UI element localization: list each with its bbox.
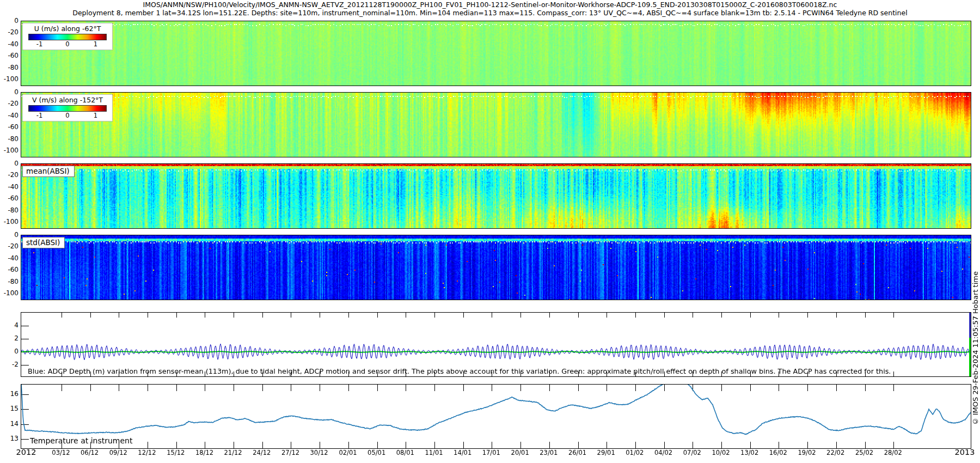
u-velocity-heatmap [21,21,971,86]
y-tick-label: 2 [0,334,19,342]
u-colorbar-ticks: -1 0 1 [25,40,110,48]
x-tick-label: 05/01 [367,449,385,456]
y-tick-label: -80 [0,206,19,214]
x-tick-label: 24/12 [253,449,271,456]
y-tick-label: -40 [0,40,19,48]
x-tick-label: 10/02 [712,449,730,456]
x-tick-label: 22/02 [826,449,844,456]
y-tick-label: 0 [0,88,19,96]
colorbar-tick: 0 [65,40,69,48]
mean-absi-heatmap [21,164,971,228]
y-tick-label: -20 [0,242,19,250]
panel-temperature: Temperature at instrument [21,384,971,449]
y-tick-label: -100 [0,289,19,297]
jet-colorbar [28,105,107,112]
panel-v-velocity: V (m/s) along -152°T -1 0 1 [21,92,971,157]
x-tick-label: 20/01 [511,449,529,456]
y-tick-label: -20 [0,100,19,107]
figure-root: IMOS/ANMN/NSW/PH100/Velocity/IMOS_ANMN-N… [0,0,980,463]
v-legend-title: V (m/s) along -152°T [25,96,110,104]
figure-subtitle: Deployment 8, member 1 lat=34.12S lon=15… [0,9,980,17]
std-absi-heatmap [21,235,971,300]
y-tick-label: 0 [0,17,19,25]
x-tick-label: 21/12 [224,449,242,456]
x-tick-label: 16/02 [769,449,787,456]
colorbar-tick: -1 [36,40,42,48]
temperature-label: Temperature at instrument [30,436,132,445]
y-tick-label: -100 [0,75,19,83]
depth-variation-note: Blue: ADCP Depth (m) variation from sens… [28,367,891,375]
x-tick-label: 27/12 [281,449,299,456]
y-tick-label: -80 [0,278,19,285]
x-tick-label: 12/12 [138,449,156,456]
v-colorbar-ticks: -1 0 1 [25,112,110,119]
y-tick-label: 13 [0,435,19,442]
u-legend-title: U (m/s) along -62°T [25,25,110,33]
std-absi-label: std(ABSI) [22,237,65,248]
x-axis-year-start: 2012 [16,448,36,456]
jet-colorbar [28,34,107,40]
y-tick-label: -40 [0,254,19,262]
y-tick-label: -100 [0,147,19,154]
x-tick-label: 26/01 [568,449,586,456]
y-tick-label: -60 [0,123,19,131]
x-tick-label: 02/01 [339,449,357,456]
y-tick-label: -60 [0,194,19,202]
y-tick-label: -80 [0,135,19,143]
x-tick-label: 01/02 [626,449,644,456]
x-tick-label: 30/12 [310,449,328,456]
panel-depth-variation: Blue: ADCP Depth (m) variation from sens… [21,312,971,377]
x-tick-label: 07/02 [683,449,701,456]
colorbar-tick: 0 [65,112,69,119]
x-tick-label: 29/01 [597,449,615,456]
u-colorbar-legend: U (m/s) along -62°T -1 0 1 [22,23,113,50]
x-tick-label: 03/12 [52,449,70,456]
colorbar-tick: 1 [94,112,97,119]
x-tick-label: 06/12 [81,449,99,456]
x-tick-label: 17/01 [482,449,500,456]
colorbar-tick: -1 [36,112,42,119]
temperature-plot [21,385,971,448]
x-tick-label: 19/02 [798,449,816,456]
imos-watermark: © IMOS 29-Feb-2024 11:05:57 Hobart time [971,271,979,425]
y-tick-label: 4 [0,321,19,329]
x-tick-label: 08/01 [396,449,414,456]
x-tick-label: 13/02 [740,449,758,456]
v-velocity-heatmap [21,93,971,157]
panel-std-absi: std(ABSI) [21,235,971,300]
panel-u-velocity: U (m/s) along -62°T -1 0 1 [21,21,971,86]
x-tick-label: 11/01 [425,449,443,456]
colorbar-tick: 1 [94,40,97,48]
y-tick-label: -2 [0,361,19,368]
v-colorbar-legend: V (m/s) along -152°T -1 0 1 [22,94,113,121]
y-tick-label: -40 [0,183,19,191]
y-tick-label: -20 [0,28,19,36]
x-tick-label: 09/12 [109,449,127,456]
x-tick-label: 18/12 [195,449,213,456]
y-tick-label: -100 [0,218,19,226]
y-tick-label: 0 [0,160,19,167]
x-tick-label: 15/12 [167,449,185,456]
y-tick-label: 0 [0,348,19,355]
y-tick-label: -80 [0,64,19,71]
x-tick-label: 25/02 [855,449,873,456]
x-tick-label: 23/01 [540,449,558,456]
y-tick-label: 14 [0,420,19,428]
panel-mean-absi: mean(ABSI) [21,163,971,229]
y-tick-label: -60 [0,52,19,59]
y-tick-label: -20 [0,171,19,179]
x-tick-label: 14/01 [454,449,471,456]
figure-title: IMOS/ANMN/NSW/PH100/Velocity/IMOS_ANMN-N… [0,1,980,9]
y-tick-label: -40 [0,112,19,119]
y-tick-label: 16 [0,390,19,398]
y-tick-label: 0 [0,231,19,239]
y-tick-label: 15 [0,405,19,412]
x-tick-label: 04/02 [654,449,672,456]
y-tick-label: -60 [0,266,19,273]
watermark-container: © IMOS 29-Feb-2024 11:05:57 Hobart time [971,248,979,449]
x-tick-label: 28/02 [884,449,902,456]
mean-absi-label: mean(ABSI) [22,166,75,177]
